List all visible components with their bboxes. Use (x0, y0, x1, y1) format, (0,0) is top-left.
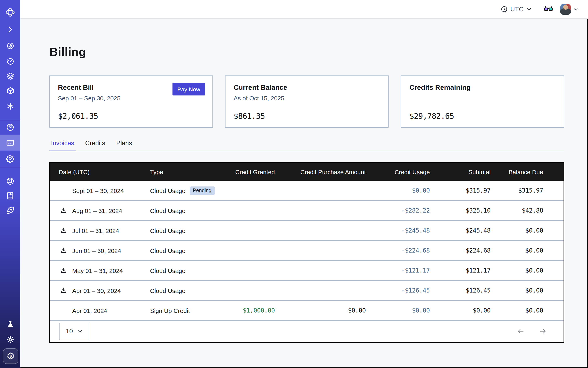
invoice-row: May 01 – 31, 2024Cloud Usage-$121.17$121… (50, 260, 563, 280)
cell-balance-due: $0.00 (490, 260, 563, 280)
column-header-balance-due: Balance Due (490, 163, 563, 181)
next-page-button[interactable] (539, 328, 546, 335)
cell-balance-due: $315.97 (490, 181, 563, 201)
cell-credit-purchase (275, 240, 366, 260)
pay-now-button[interactable]: Pay Now (172, 83, 205, 95)
user-avatar[interactable] (560, 4, 571, 15)
invoice-date: Apr 01 – 30, 2024 (72, 287, 121, 294)
card-subtitle: Sep 01 – Sep 30, 2025 (58, 95, 204, 101)
download-invoice-button[interactable] (60, 247, 67, 254)
sidebar-collapse-chevron-icon[interactable] (0, 22, 20, 37)
download-icon (60, 247, 67, 254)
cell-type: Cloud Usage (150, 201, 219, 221)
invoice-date: Jul 01 – 31, 2024 (72, 227, 119, 234)
cell-subtotal: $325.10 (430, 201, 490, 221)
sidebar-item-settings-icon[interactable] (0, 151, 20, 166)
download-icon (60, 227, 67, 234)
sidebar-item-labs-flask-icon[interactable] (0, 317, 20, 332)
cell-credit-purchase (275, 280, 366, 301)
cell-credit-purchase (275, 260, 366, 280)
invoice-type: Cloud Usage (150, 227, 185, 234)
timezone-selector[interactable]: UTC (500, 6, 532, 13)
download-invoice-button[interactable] (60, 267, 67, 274)
sidebar-item-dashboard-icon[interactable] (0, 120, 20, 135)
invoice-row: Apr 01 – 30, 2024Cloud Usage-$126.45$126… (50, 280, 563, 301)
cell-credit-granted (219, 201, 275, 221)
cell-credit-usage: -$282.22 (366, 201, 430, 221)
download-icon (60, 267, 67, 274)
glasses-icon[interactable] (544, 6, 553, 12)
cell-credit-purchase (275, 221, 366, 240)
download-invoice-button[interactable] (60, 207, 67, 214)
column-header-credit-granted: Credit Granted (219, 163, 275, 181)
cell-credit-usage: $0.00 (366, 181, 430, 201)
invoice-row: Sept 01 – 30, 2024Cloud UsagePending$0.0… (50, 181, 563, 201)
cell-credit-usage: -$121.17 (366, 260, 430, 280)
cell-balance-due: $0.00 (490, 221, 563, 240)
tab-credits[interactable]: Credits (84, 139, 107, 151)
arrow-left-icon (517, 328, 525, 335)
cell-credit-usage: -$126.45 (366, 280, 430, 301)
tab-invoices[interactable]: Invoices (49, 139, 76, 151)
invoice-type: Cloud Usage (150, 187, 185, 194)
page-size-select[interactable]: 10 (59, 322, 89, 340)
cell-date: Aug 01 – 31, 2024 (50, 201, 150, 221)
invoice-type: Cloud Usage (150, 247, 185, 254)
cell-subtotal: $245.48 (430, 221, 490, 240)
sidebar-item-theme-sun-icon[interactable] (0, 332, 20, 347)
cell-date: Jun 01 – 30, 2024 (50, 240, 150, 260)
cell-subtotal: $224.68 (430, 240, 490, 260)
invoice-date: Jun 01 – 30, 2024 (72, 247, 121, 254)
invoice-type: Cloud Usage (150, 287, 185, 294)
cell-type: Cloud Usage (150, 240, 219, 260)
sidebar-divider (0, 168, 20, 168)
cell-credit-usage: -$224.68 (366, 240, 430, 260)
cell-credit-purchase (275, 181, 366, 201)
previous-page-button[interactable] (517, 328, 525, 335)
cell-credit-granted (219, 260, 275, 280)
sidebar-item-billing-icon[interactable] (0, 136, 20, 150)
sidebar-item-asterisk-icon[interactable] (0, 99, 20, 113)
invoice-type: Cloud Usage (150, 267, 185, 274)
chevron-down-icon (526, 7, 532, 12)
cell-balance-due: $0.00 (490, 240, 563, 260)
pagination: 10 (50, 320, 563, 342)
download-icon (60, 207, 67, 214)
page-size-value: 10 (66, 328, 73, 335)
invoice-row: Apr 01, 2024Sign Up Credit$1,000.00$0.00… (50, 301, 563, 320)
timezone-label: UTC (510, 6, 524, 13)
sidebar-item-timer-icon[interactable] (0, 54, 20, 69)
arrow-right-icon (539, 328, 546, 335)
cell-type: Sign Up Credit (150, 301, 219, 320)
column-header-credit-usage: Credit Usage (366, 163, 430, 181)
cell-balance-due: $42.88 (490, 201, 563, 221)
invoice-row: Jun 01 – 30, 2024Cloud Usage-$224.68$224… (50, 240, 563, 260)
chevron-down-icon[interactable] (574, 7, 579, 12)
sidebar-item-orbit-icon[interactable] (0, 38, 20, 53)
cell-date: Jul 01 – 31, 2024 (50, 221, 150, 240)
svg-text:$: $ (9, 354, 12, 359)
sidebar-item-rocket-icon[interactable] (0, 203, 20, 218)
card-amount: $29,782.65 (409, 111, 454, 120)
cell-type: Cloud Usage (150, 280, 219, 301)
download-invoice-button[interactable] (60, 287, 67, 294)
sidebar-item-docs-icon[interactable] (0, 188, 20, 203)
main-content: Billing Recent Bill Sep 01 – Sep 30, 202… (20, 19, 588, 368)
cell-balance-due: $0.00 (490, 301, 563, 320)
invoice-date: Aug 01 – 31, 2024 (72, 207, 122, 214)
sidebar-item-layers-icon[interactable] (0, 69, 20, 83)
column-header-subtotal: Subtotal (430, 163, 490, 181)
invoices-table-container: Date (UTC) Type Credit Granted Credit Pu… (49, 162, 564, 343)
invoice-row: Aug 01 – 31, 2024Cloud Usage-$282.22$325… (50, 201, 563, 221)
download-icon (60, 287, 67, 294)
sidebar-item-credits-badge-icon[interactable]: $ (3, 349, 18, 364)
cell-credit-granted: $1,000.00 (219, 301, 275, 320)
sidebar-item-support-icon[interactable] (0, 174, 20, 188)
card-subtitle: As of Oct 15, 2025 (234, 95, 380, 101)
summary-cards: Recent Bill Sep 01 – Sep 30, 2025 $2,061… (49, 75, 564, 128)
sidebar-item-cube-icon[interactable] (0, 83, 20, 98)
download-invoice-button[interactable] (60, 227, 67, 234)
tab-plans[interactable]: Plans (115, 139, 134, 151)
cell-balance-due: $0.00 (490, 280, 563, 301)
credits-remaining-card: Credits Remaining $29,782.65 (401, 75, 564, 128)
